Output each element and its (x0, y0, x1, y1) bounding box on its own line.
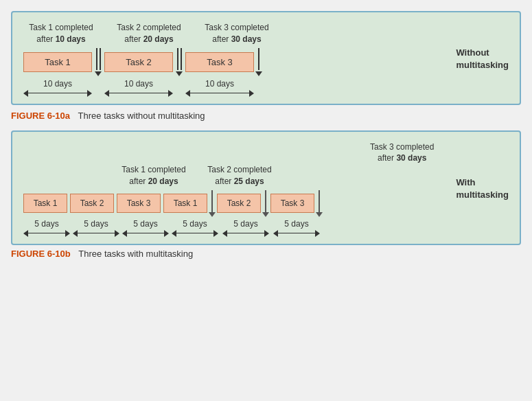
task3-days: 10 days (185, 79, 254, 97)
figure-b-caption: FIGURE 6-10b Three tasks with multitaski… (11, 249, 521, 259)
b-task1b-days: 5 days (172, 219, 218, 237)
completion-labels-row: Task 1 completed after 10 days Task 2 co… (23, 22, 448, 45)
task2-box: Task 2 (104, 52, 173, 72)
diagram-b-tasks: Task 3 completed after 30 days Task 1 co… (23, 141, 448, 237)
b-sep1 (207, 190, 217, 217)
b-task1-days: 5 days (23, 219, 70, 237)
task2-completion-label-b: Task 2 completed after 25 days (195, 164, 284, 187)
divider2 (173, 48, 185, 76)
b-sep2 (261, 190, 270, 217)
b-days-row: 5 days 5 days (23, 219, 448, 237)
task1-days: 10 days (23, 79, 92, 97)
side-label-b: With multitasking (448, 176, 509, 201)
diagram-b-container: Task 3 completed after 30 days Task 1 co… (11, 130, 521, 245)
b-task2-box: Task 2 (70, 194, 114, 213)
task1-box: Task 1 (23, 52, 92, 72)
b-task3-box: Task 3 (117, 194, 161, 213)
b-sep3 (314, 190, 324, 217)
b-task3b-days: 5 days (273, 219, 320, 237)
task-boxes-row: Task 1 Task 2 (23, 48, 448, 76)
diagram-a-container: Task 1 completed after 10 days Task 2 co… (11, 11, 521, 105)
b-boxes-row: Task 1 Task 2 Task 3 Task 1 Task 2 (23, 190, 448, 217)
b-task3-days: 5 days (122, 219, 169, 237)
task3-box: Task 3 (185, 52, 254, 72)
task1-completion-label-b: Task 1 completed after 20 days (113, 164, 195, 187)
task2-days: 10 days (104, 79, 173, 97)
figure-a-caption: FIGURE 6-10a Three tasks without multita… (11, 111, 521, 121)
b-task2b-box: Task 2 (217, 194, 261, 213)
diagram-b-inner: Task 3 completed after 30 days Task 1 co… (23, 141, 509, 237)
b-task1-box: Task 1 (23, 194, 67, 213)
divider3 (254, 48, 264, 76)
task2-completion-label: Task 2 completed after 20 days (111, 22, 187, 45)
b-task3b-box: Task 3 (270, 194, 314, 213)
b-task2b-days: 5 days (222, 219, 269, 237)
b-task2-days: 5 days (73, 219, 119, 237)
days-row: 10 days 10 days (23, 79, 448, 97)
task12-completion-labels: Task 1 completed after 20 days Task 2 co… (23, 164, 448, 187)
b-task1b-box: Task 1 (163, 194, 207, 213)
diagram-a-tasks: Task 1 completed after 10 days Task 2 co… (23, 22, 448, 97)
task3-completion-label-b: Task 3 completed after 30 days (370, 141, 448, 165)
divider1 (92, 48, 104, 76)
task1-completion-label: Task 1 completed after 10 days (23, 22, 99, 45)
task3-completion-label: Task 3 completed after 30 days (199, 22, 275, 45)
diagram-a-inner: Task 1 completed after 10 days Task 2 co… (23, 22, 509, 97)
side-label-a: Without multitasking (448, 47, 509, 71)
task3-completion-top: Task 3 completed after 30 days (23, 141, 448, 165)
